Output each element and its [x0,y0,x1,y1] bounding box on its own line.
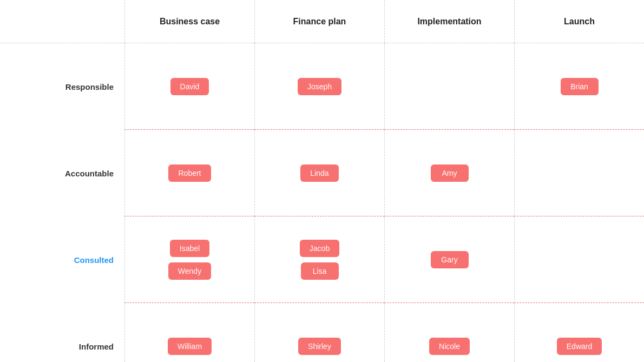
cell-accountable-launch [514,130,644,216]
cell-consulted-implementation: Gary [384,216,514,303]
row-label-responsible: Responsible [0,43,124,130]
cell-accountable-finance-plan: Linda [254,130,384,216]
cell-informed-business-case: William [124,303,254,362]
badge-joseph: Joseph [298,78,341,95]
badge-david: David [170,78,209,95]
col-header-implementation: Implementation [384,0,514,43]
cell-responsible-business-case: David [124,43,254,130]
badge-robert: Robert [168,164,211,182]
badge-nicole: Nicole [429,338,470,355]
badge-shirley: Shirley [298,338,341,355]
cell-responsible-implementation [384,43,514,130]
row-label-consulted: Consulted [0,216,124,303]
cell-accountable-business-case: Robert [124,130,254,216]
cell-informed-implementation: Nicole [384,303,514,362]
badge-gary: Gary [431,251,469,268]
top-left-corner [0,0,124,43]
badge-wendy: Wendy [168,262,211,280]
cell-consulted-launch [514,216,644,303]
badge-brian: Brian [561,78,599,95]
badge-edward: Edward [557,338,602,355]
badge-linda: Linda [300,164,338,182]
badge-amy: Amy [431,164,469,182]
raci-matrix: Business case Finance plan Implementatio… [0,0,644,362]
badge-lisa: Lisa [301,262,339,280]
badge-william: William [168,338,212,355]
badge-jacob: Jacob [300,240,339,257]
row-label-accountable: Accountable [0,130,124,216]
cell-informed-finance-plan: Shirley [254,303,384,362]
col-header-launch: Launch [514,0,644,43]
cell-consulted-finance-plan: Jacob Lisa [254,216,384,303]
cell-informed-launch: Edward [514,303,644,362]
cell-accountable-implementation: Amy [384,130,514,216]
cell-responsible-finance-plan: Joseph [254,43,384,130]
cell-consulted-business-case: Isabel Wendy [124,216,254,303]
row-label-informed: Informed [0,303,124,362]
col-header-finance-plan: Finance plan [254,0,384,43]
col-header-business-case: Business case [124,0,254,43]
badge-isabel: Isabel [170,240,209,257]
cell-responsible-launch: Brian [514,43,644,130]
